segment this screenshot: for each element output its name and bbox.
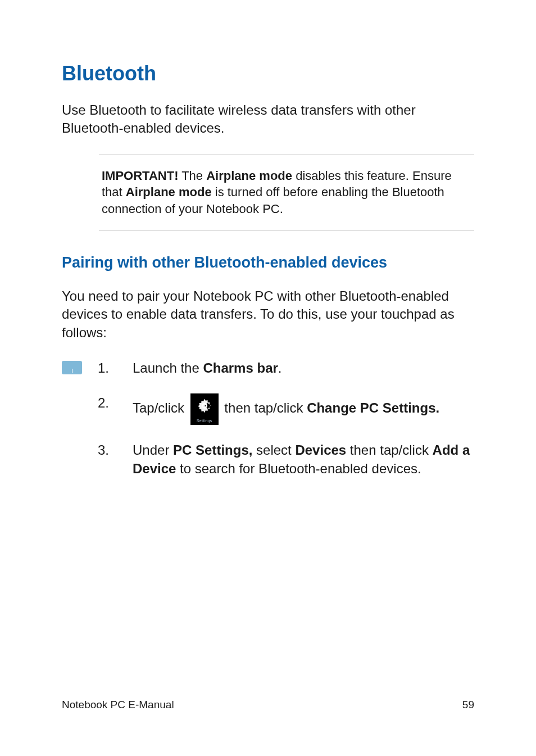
steps-container: 1. Launch the Charms bar. 2. Tap/click S… [62, 359, 474, 494]
step-number: 1. [98, 359, 110, 378]
airplane-mode-text: Airplane mode [206, 169, 292, 183]
important-callout: IMPORTANT! The Airplane mode disables th… [99, 155, 474, 230]
page-heading: Bluetooth [62, 62, 474, 85]
devices-text: Devices [295, 442, 346, 458]
step-text-segment: . [278, 360, 282, 375]
step-item: 1. Launch the Charms bar. [98, 359, 474, 378]
step-text: Under PC Settings, select Devices then t… [133, 441, 474, 478]
touchpad-icon [62, 361, 82, 374]
step-item: 3. Under PC Settings, select Devices the… [98, 441, 474, 478]
step-item: 2. Tap/click Settings then tap/click Cha… [98, 393, 474, 425]
charms-bar-text: Charms bar [203, 360, 278, 375]
step-text: Tap/click Settings then tap/click Change… [133, 393, 474, 425]
step-number: 3. [98, 441, 110, 460]
step-number: 2. [98, 393, 110, 413]
change-pc-settings-text: Change PC Settings. [307, 400, 439, 415]
step-text-segment: to search for Bluetooth-enabled devices. [176, 461, 421, 476]
step-text-segment: then tap/click [346, 442, 432, 458]
footer-doc-title: Notebook PC E-Manual [62, 699, 174, 711]
section-subheading: Pairing with other Bluetooth-enabled dev… [62, 254, 474, 271]
pairing-intro-paragraph: You need to pair your Notebook PC with o… [62, 287, 474, 342]
pc-settings-text: PC Settings, [173, 442, 252, 458]
important-label: IMPORTANT! [102, 169, 178, 183]
step-text: Launch the Charms bar. [133, 359, 474, 378]
settings-tile-label: Settings [190, 418, 219, 424]
gear-icon [196, 397, 213, 414]
callout-text: The [178, 169, 206, 183]
step-text-segment: Under [133, 442, 173, 458]
step-text-segment: select [252, 442, 295, 458]
step-text-segment: Launch the [133, 360, 203, 375]
footer-page-number: 59 [462, 699, 474, 711]
step-text-segment: Tap/click [133, 400, 188, 415]
intro-paragraph: Use Bluetooth to facilitate wireless dat… [62, 101, 474, 138]
settings-tile-icon: Settings [190, 393, 219, 425]
step-text-segment: then tap/click [221, 400, 307, 415]
page-footer: Notebook PC E-Manual 59 [62, 699, 474, 711]
airplane-mode-text: Airplane mode [126, 185, 212, 199]
steps-list: 1. Launch the Charms bar. 2. Tap/click S… [98, 359, 474, 494]
